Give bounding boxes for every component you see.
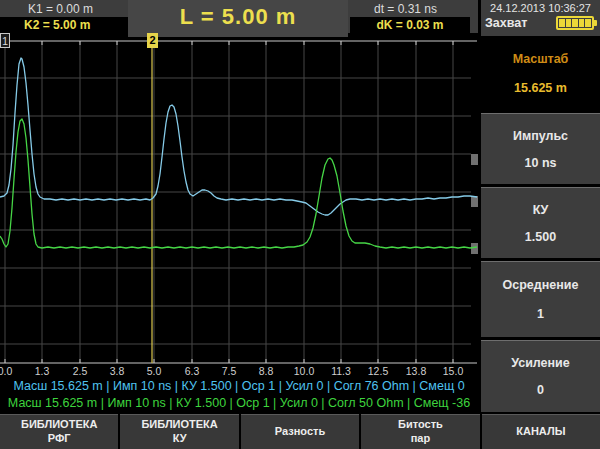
x-axis-tick-label: 3.8	[102, 365, 132, 377]
length-readout: L = 5.00 m	[128, 0, 348, 37]
battery-segment	[572, 19, 578, 27]
x-axis-tick-label: 2.5	[65, 365, 95, 377]
panel-gain-value: 0	[537, 383, 544, 397]
panel-scale-label: Масштаб	[513, 52, 569, 66]
button-label: Битость	[398, 418, 443, 432]
dt-readout: dt = 0.31 ns	[374, 2, 437, 16]
sidebar-panel-ku[interactable]: КУ 1.500	[481, 187, 600, 258]
sidebar-panel-pulse[interactable]: Импульс 10 ns	[481, 113, 600, 184]
right-level-tick	[471, 196, 478, 207]
sidebar-top: 24.12.2013 10:36:27 Захват	[481, 0, 600, 36]
button-library-ku[interactable]: БИБЛИОТЕКА КУ	[120, 414, 238, 449]
button-pair-split[interactable]: Битость пар	[361, 414, 479, 449]
dk-readout: dK = 0.03 m	[350, 17, 470, 33]
k1-readout: K1 = 0.00 m	[28, 2, 93, 16]
waveform-chart	[0, 33, 478, 366]
x-axis-labels: 0.01.32.53.85.06.37.58.810.011.312.513.8…	[0, 365, 478, 377]
button-label: БИБЛИОТЕКА	[21, 418, 97, 432]
button-label: КАНАЛЫ	[516, 425, 565, 439]
battery-segment	[559, 19, 565, 27]
datetime: 24.12.2013 10:36:27	[481, 0, 600, 14]
x-axis-tick-label: 12.5	[363, 365, 393, 377]
battery-segment	[566, 19, 572, 27]
marker-2[interactable]: 2	[147, 33, 158, 48]
button-label: пар	[411, 432, 430, 446]
status-line-channel1: Масш 15.625 m | Имп 10 ns | КУ 1.500 | О…	[0, 379, 478, 394]
button-label: Разность	[275, 425, 325, 439]
button-channels[interactable]: КАНАЛЫ	[482, 414, 600, 449]
trace-channel-2	[0, 119, 477, 248]
panel-ku-value: 1.500	[525, 230, 556, 244]
x-axis-tick-label: 5.0	[139, 365, 169, 377]
sidebar-panel-averaging[interactable]: Осреднение 1	[481, 261, 600, 337]
button-label: КУ	[173, 432, 187, 446]
battery-segment	[579, 19, 585, 27]
capture-mode-label: Захват	[485, 16, 527, 30]
right-level-tick	[471, 154, 478, 165]
panel-ku-label: КУ	[533, 203, 549, 217]
battery-segment	[585, 19, 591, 27]
panel-gain-label: Усиление	[511, 356, 570, 370]
x-axis-tick-label: 13.8	[401, 365, 431, 377]
reflectometer-screen: K1 = 0.00 m K2 = 5.00 m L = 5.00 m dt = …	[0, 0, 600, 449]
x-axis-tick-label: 7.5	[214, 365, 244, 377]
x-axis-tick-label: 1.3	[27, 365, 57, 377]
button-label: БИБЛИОТЕКА	[141, 418, 217, 432]
x-axis-tick-label: 6.3	[177, 365, 207, 377]
status-line-channel2: Масш 15.625 m | Имп 10 ns | КУ 1.500 | О…	[0, 396, 478, 411]
marker-1[interactable]: 1	[0, 33, 10, 48]
trace-channel-1	[0, 58, 477, 215]
button-label: РФГ	[48, 432, 71, 446]
battery-icon	[556, 16, 594, 30]
sidebar-panel-gain[interactable]: Усиление 0	[481, 340, 600, 412]
panel-averaging-value: 1	[537, 307, 544, 321]
sidebar-panel-scale[interactable]: Масштаб 15.625 m	[481, 37, 600, 110]
panel-averaging-label: Осреднение	[503, 278, 579, 292]
x-axis-tick-label: 0.0	[0, 365, 20, 377]
x-axis-tick-label: 8.8	[251, 365, 281, 377]
softkey-row: БИБЛИОТЕКА РФГ БИБЛИОТЕКА КУ Разность Би…	[0, 414, 600, 449]
panel-pulse-value: 10 ns	[525, 156, 557, 170]
k2-readout: K2 = 5.00 m	[0, 17, 128, 33]
panel-scale-value: 15.625 m	[514, 81, 567, 95]
x-axis-tick-label: 10.0	[289, 365, 319, 377]
button-library-rfg[interactable]: БИБЛИОТЕКА РФГ	[0, 414, 118, 449]
right-level-tick	[471, 243, 478, 254]
panel-pulse-label: Импульс	[513, 129, 568, 143]
x-axis-tick-label: 15.0	[438, 365, 468, 377]
x-axis-tick-label: 11.3	[326, 365, 356, 377]
button-difference[interactable]: Разность	[241, 414, 359, 449]
